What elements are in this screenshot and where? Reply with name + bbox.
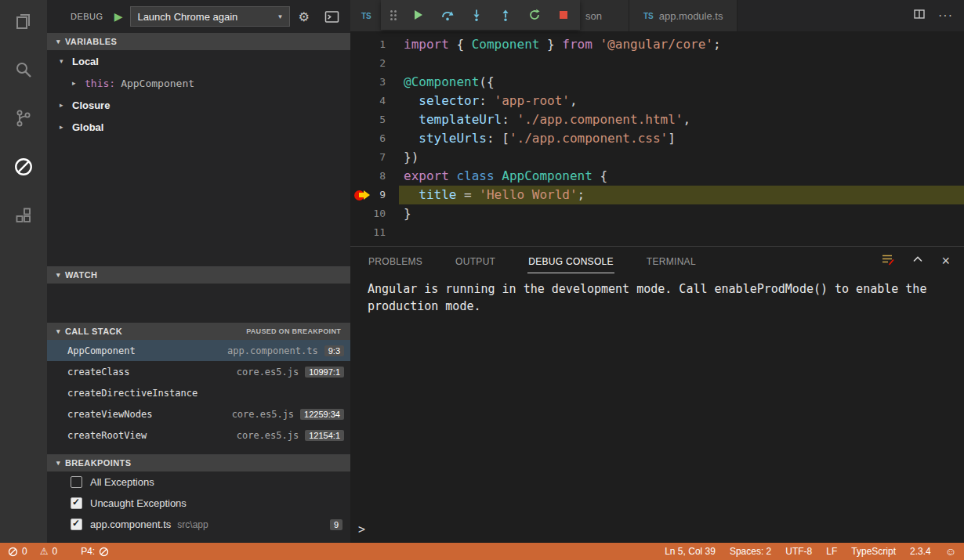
tab-problems[interactable]: PROBLEMS: [368, 249, 423, 273]
stop-button[interactable]: [556, 8, 571, 22]
breakpoint-row[interactable]: All Exceptions: [47, 471, 350, 493]
error-count[interactable]: 0: [8, 546, 27, 557]
frame-file: core.es5.js: [232, 409, 294, 420]
code-line-11[interactable]: 11: [350, 223, 964, 242]
line-number[interactable]: 7: [350, 148, 399, 167]
call-stack-section-label: CALL STACK: [65, 327, 122, 336]
restart-button[interactable]: [527, 8, 542, 22]
code-line-text: templateUrl: './app.component.html',: [399, 110, 964, 129]
step-into-button[interactable]: [469, 8, 484, 22]
variables-section-header[interactable]: ▾ VARIABLES: [47, 33, 350, 50]
encoding[interactable]: UTF-8: [785, 546, 812, 557]
line-number[interactable]: 11: [350, 223, 399, 242]
code-line-text: [399, 54, 964, 73]
step-over-button[interactable]: [440, 8, 455, 22]
launch-config-label: Launch Chrome again: [137, 11, 237, 23]
breakpoints-section-label: BREAKPOINTS: [65, 458, 131, 468]
typescript-file-icon: TS: [361, 12, 371, 20]
breakpoint-checkbox[interactable]: [71, 518, 82, 530]
debug-console-input[interactable]: >: [350, 522, 964, 537]
bottom-panel: PROBLEMS OUTPUT DEBUG CONSOLE TERMINAL ×: [350, 246, 964, 543]
start-debugging-icon[interactable]: ▶: [114, 10, 123, 23]
variable-scope-closure[interactable]: ▸ Closure: [47, 94, 350, 116]
code-line-text: export class AppComponent {: [399, 167, 964, 186]
scm-status[interactable]: P4:: [81, 546, 109, 557]
more-actions-icon[interactable]: ···: [938, 9, 953, 23]
line-number[interactable]: 9: [350, 186, 399, 204]
breakpoints-section-header[interactable]: ▾ BREAKPOINTS: [47, 454, 350, 471]
breakpoint-row[interactable]: app.component.tssrc\app9: [47, 514, 350, 535]
configure-gear-icon[interactable]: ⚙: [298, 9, 309, 24]
breakpoint-checkbox[interactable]: [71, 476, 82, 488]
debug-toolbar: [381, 0, 580, 30]
variable-scope-global[interactable]: ▸ Global: [47, 116, 350, 138]
line-number[interactable]: 1: [350, 35, 399, 54]
editor-tab-bar: TS son TS app.module.ts ···: [350, 0, 964, 31]
line-number[interactable]: 2: [350, 54, 399, 73]
editor-actions: ···: [913, 0, 964, 31]
cursor-position[interactable]: Ln 5, Col 39: [665, 546, 716, 557]
frame-name: AppComponent: [67, 345, 136, 356]
clear-console-icon[interactable]: [881, 253, 894, 269]
breakpoint-row[interactable]: Uncaught Exceptions: [47, 493, 350, 514]
code-line-4[interactable]: 4 selector: 'app-root',: [350, 92, 964, 110]
breakpoint-checkbox[interactable]: [71, 497, 82, 509]
tab-app-module[interactable]: TS app.module.ts: [629, 0, 737, 31]
panel-tab-bar: PROBLEMS OUTPUT DEBUG CONSOLE TERMINAL ×: [350, 247, 964, 275]
source-control-icon[interactable]: [13, 108, 34, 128]
tab-output[interactable]: OUTPUT: [455, 249, 496, 273]
line-number[interactable]: 3: [350, 73, 399, 92]
status-bar-right: Ln 5, Col 39 Spaces: 2 UTF-8 LF TypeScri…: [665, 545, 956, 558]
debug-sidebar-header: DEBUG ▶ Launch Chrome again ▼ ⚙: [47, 0, 350, 33]
code-line-text: @Component({: [399, 73, 964, 92]
typescript-version[interactable]: 2.3.4: [910, 546, 931, 557]
variable-scope-local[interactable]: ▾ Local: [47, 50, 350, 72]
indentation[interactable]: Spaces: 2: [730, 546, 771, 557]
warning-count[interactable]: ⚠ 0: [40, 546, 57, 557]
continue-button[interactable]: [411, 8, 426, 22]
code-line-8[interactable]: 8export class AppComponent {: [350, 167, 964, 186]
variable-this[interactable]: ▸ this: AppComponent: [47, 72, 350, 94]
toolbar-drag-handle[interactable]: [390, 10, 397, 20]
line-number[interactable]: 4: [350, 92, 399, 110]
call-stack-frame[interactable]: AppComponentapp.component.ts9:3: [47, 340, 350, 361]
step-out-button[interactable]: [498, 8, 513, 22]
code-line-text: selector: 'app-root',: [399, 92, 964, 110]
launch-config-select[interactable]: Launch Chrome again ▼: [130, 6, 290, 27]
call-stack-frame[interactable]: createDirectiveInstance: [47, 382, 350, 403]
code-line-9[interactable]: 9 title = 'Hello World';: [350, 186, 964, 204]
extensions-icon[interactable]: [13, 205, 34, 226]
code-line-5[interactable]: 5 templateUrl: './app.component.html',: [350, 110, 964, 129]
code-line-10[interactable]: 10}: [350, 204, 964, 223]
line-number[interactable]: 10: [350, 204, 399, 223]
search-icon[interactable]: [13, 60, 34, 80]
code-line-text: import { Component } from '@angular/core…: [399, 35, 964, 54]
open-debug-console-icon[interactable]: [324, 10, 339, 23]
call-stack-section-header[interactable]: ▾ CALL STACK PAUSED ON BREAKPOINT: [47, 323, 350, 340]
chevron-down-icon: ▾: [56, 459, 60, 467]
call-stack-frame[interactable]: createClasscore.es5.js10997:1: [47, 361, 350, 382]
explorer-icon[interactable]: [13, 11, 34, 31]
code-line-6[interactable]: 6 styleUrls: ['./app.component.css']: [350, 129, 964, 148]
tab-terminal[interactable]: TERMINAL: [646, 249, 697, 273]
close-panel-icon[interactable]: ×: [941, 254, 950, 268]
language-mode[interactable]: TypeScript: [851, 546, 896, 557]
code-area[interactable]: 1import { Component } from '@angular/cor…: [350, 31, 964, 246]
call-stack-frame[interactable]: createRootViewcore.es5.js12154:1: [47, 425, 350, 446]
code-line-3[interactable]: 3@Component({: [350, 73, 964, 92]
eol-sequence[interactable]: LF: [826, 546, 837, 557]
watch-section-header[interactable]: ▾ WATCH: [47, 266, 350, 284]
typescript-file-icon: TS: [643, 12, 654, 20]
line-number[interactable]: 6: [350, 129, 399, 148]
code-line-2[interactable]: 2: [350, 54, 964, 73]
line-number[interactable]: 5: [350, 110, 399, 129]
call-stack-frame[interactable]: createViewNodescore.es5.js12259:34: [47, 403, 350, 425]
tab-debug-console[interactable]: DEBUG CONSOLE: [527, 249, 614, 273]
line-number[interactable]: 8: [350, 167, 399, 186]
code-line-1[interactable]: 1import { Component } from '@angular/cor…: [350, 35, 964, 54]
split-editor-icon[interactable]: [913, 8, 926, 23]
code-line-7[interactable]: 7}): [350, 148, 964, 167]
debug-icon[interactable]: [13, 157, 34, 177]
maximize-panel-icon[interactable]: [911, 253, 924, 269]
feedback-smiley-icon[interactable]: ☺: [945, 545, 956, 558]
